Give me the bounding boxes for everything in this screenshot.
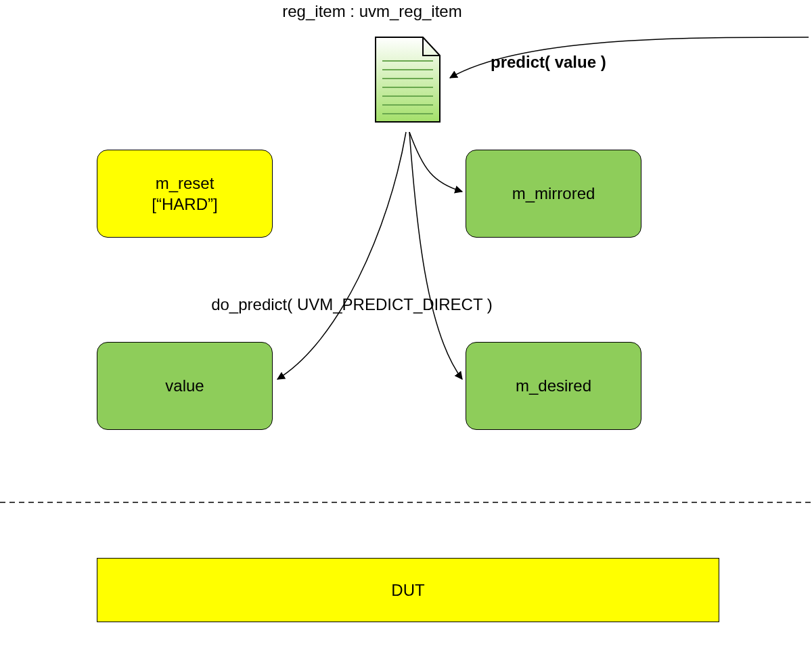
document-icon (376, 37, 440, 122)
value-box: value (97, 342, 273, 430)
arrow-to-desired (409, 132, 462, 379)
m-reset-box: m_reset [“HARD”] (97, 150, 273, 238)
predict-label: predict( value ) (491, 53, 639, 72)
m-mirrored-box: m_mirrored (466, 150, 641, 238)
arrow-to-value (277, 132, 406, 379)
diagram-overlay (0, 0, 812, 652)
dut-box: DUT (97, 558, 719, 622)
title-label: reg_item : uvm_reg_item (237, 2, 508, 21)
do-predict-label: do_predict( UVM_PREDICT_DIRECT ) (183, 295, 521, 314)
arrow-to-mirrored (409, 132, 462, 192)
m-desired-box: m_desired (466, 342, 641, 430)
